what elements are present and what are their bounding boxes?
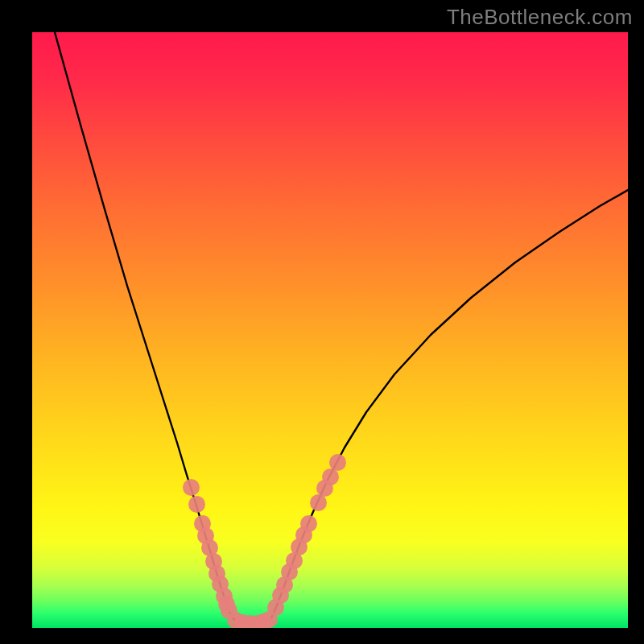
scatter-dot: [329, 454, 346, 471]
scatter-dot: [310, 494, 327, 511]
scatter-dots-layer: [32, 32, 628, 628]
scatter-dot: [188, 496, 205, 513]
plot-area: [32, 32, 628, 628]
scatter-dot: [322, 469, 339, 485]
scatter-dot: [183, 479, 200, 496]
scatter-dot: [300, 515, 317, 532]
chart-frame: TheBottleneck.com: [0, 0, 644, 644]
watermark-text: TheBottleneck.com: [447, 5, 633, 30]
